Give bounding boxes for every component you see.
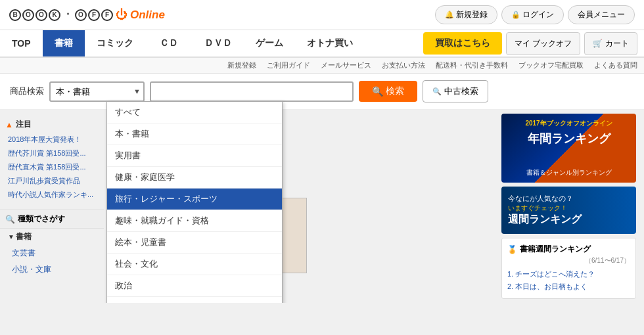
buy-button[interactable]: 買取はこちら [423,32,502,55]
dropdown-item-law[interactable]: 法律・コンプライアンス [107,297,282,303]
nav-item-comics[interactable]: コミック [85,30,145,56]
login-button[interactable]: 🔒 ログイン [501,5,564,24]
sub-nav-faq[interactable]: よくある質問 [594,60,637,70]
annual-ranking-note: 書籍＆ジャンル別ランキング [526,168,612,177]
medal-icon: 🏅 [507,245,517,254]
nav-item-game[interactable]: ゲーム [244,30,295,56]
sub-nav-register[interactable]: 新規登録 [227,60,256,70]
dropdown-item-politics[interactable]: 政治 [107,275,282,297]
register-icon: 🔔 [445,11,454,19]
nav-item-adult[interactable]: オトナ買い [295,30,365,56]
used-search-icon: 🔍 [432,87,442,96]
nav-item-top[interactable]: TOP [0,31,43,56]
sub-nav-pickup[interactable]: ブックオフ宅配買取 [518,60,584,70]
dropdown-item-picture[interactable]: 絵本・児童書 [107,232,282,254]
search-icon: 🔍 [372,86,383,97]
weekly-ranking-banner[interactable]: 今なにが人気なの？ いますぐチェック！ 週間ランキング [501,187,636,234]
sidebar-item-books-cat[interactable]: ▼ 書籍 [0,229,104,245]
weekly-item-1[interactable]: 1. チーズはどこへ消えた？ [507,268,630,280]
annual-ranking-banner[interactable]: 2017年ブックオフオンライン 年間ランキング 書籍＆ジャンル別ランキング [501,114,636,183]
weekly-banner-title: 週間ランキング [508,213,630,227]
header: B O O K ・ O F F ⏻ Online 🔔 新規登録 🔒 ログイン 会… [0,0,644,30]
sidebar-item-notice-4[interactable]: 江戸川乱歩賞受賞作品 [0,174,104,188]
sidebar-item-notice-5[interactable]: 時代小説人気作家ランキ... [0,188,104,202]
notice-title: ▲ 注目 [0,116,104,133]
logo-online-text: Online [130,9,165,22]
logo-book-text: B O O K ・ O F F [9,8,113,22]
used-search-button[interactable]: 🔍 中古検索 [423,80,488,102]
search-button[interactable]: 🔍 検索 [359,81,417,102]
nav-item-dvd[interactable]: ＤＶＤ [193,30,244,56]
cart-icon: 🛒 [593,39,603,48]
sidebar-item-literature[interactable]: 文芸書 [0,245,104,261]
nav-item-books[interactable]: 書籍 [43,30,85,56]
mypage-button[interactable]: マイ ブックオフ [506,32,580,55]
dropdown-item-practical[interactable]: 実用書 [107,145,282,167]
sub-nav-delivery[interactable]: 配送料・代引き手数料 [436,60,508,70]
sub-nav-payment[interactable]: お支払い方法 [382,60,425,70]
category-title[interactable]: 🔍 種類でさがす [0,210,104,229]
dropdown-item-health[interactable]: 健康・家庭医学 [107,167,282,189]
lock-icon: 🔒 [511,11,520,19]
register-button[interactable]: 🔔 新規登録 [435,5,497,24]
sidebar-item-novel[interactable]: 小説・文庫 [0,261,104,278]
attention-icon: ▲ [5,120,13,129]
search-input[interactable] [150,81,354,102]
sub-nav-mail[interactable]: メールサービス [321,60,371,70]
category-section: 🔍 種類でさがす ▼ 書籍 文芸書 小説・文庫 [0,210,104,278]
sidebar-item-notice-3[interactable]: 歴代直木賞 第158回受... [0,160,104,174]
nav-item-cd[interactable]: ＣＤ [145,30,193,56]
left-sidebar: 1,500円以上の購入で送料無料 ▲ 注目 2018年本屋大賞発表！ 歴代芥川賞… [0,110,104,303]
member-menu-button[interactable]: 会員メニュー [568,5,635,24]
right-sidebar: 2017年ブックオフオンライン 年間ランキング 書籍＆ジャンル別ランキング 今な… [496,110,644,303]
weekly-item-2[interactable]: 2. 本日は、お日柄もよく [507,280,630,293]
weekly-check-text: 今なにが人気なの？ [508,194,630,204]
dropdown-item-hobby[interactable]: 趣味・就職ガイド・資格 [107,210,282,232]
dropdown-item-all[interactable]: すべて [107,102,282,123]
search-cat-icon: 🔍 [5,215,15,224]
search-area: 商品検索 本・書籍 ▼ 🔍 検索 🔍 中古検索 すべて 本・書籍 実用書 健康・… [0,74,644,110]
search-label: 商品検索 [10,85,44,97]
header-buttons: 🔔 新規登録 🔒 ログイン 会員メニュー [435,5,635,24]
main-body: 1,500円以上の購入で送料無料 ▲ 注目 2018年本屋大賞発表！ 歴代芥川賞… [0,110,644,303]
sidebar-item-notice-2[interactable]: 歴代芥川賞 第158回受... [0,146,104,160]
weekly-ranking-date: （6/11〜6/17） [507,256,630,265]
dropdown-item-travel[interactable]: 旅行・レジャー・スポーツ [107,189,282,210]
sub-nav-guide[interactable]: ご利用ガイド [267,60,310,70]
cart-button[interactable]: 🛒 カート [584,32,637,55]
search-select[interactable]: 本・書籍 [49,81,145,102]
dropdown-item-society[interactable]: 社会・文化 [107,254,282,275]
search-select-wrapper: 本・書籍 ▼ [49,81,145,102]
sub-nav: 新規登録 ご利用ガイド メールサービス お支払い方法 配送料・代引き手数料 ブッ… [0,58,644,74]
search-dropdown: すべて 本・書籍 実用書 健康・家庭医学 旅行・レジャー・スポーツ 趣味・就職ガ… [106,101,283,303]
sidebar-item-notice-1[interactable]: 2018年本屋大賞発表！ [0,133,104,146]
weekly-ranking-list: 🏅 書籍週間ランキング （6/11〜6/17） 1. チーズはどこへ消えた？ 2… [501,238,636,299]
logo: B O O K ・ O F F ⏻ Online [9,8,165,22]
weekly-check-sub: いますぐチェック！ [508,204,630,213]
notice-section: ▲ 注目 2018年本屋大賞発表！ 歴代芥川賞 第158回受... 歴代直木賞 … [0,114,104,204]
annual-ranking-main-text: 年間ランキング [528,131,610,146]
weekly-ranking-header: 🏅 書籍週間ランキング [507,244,630,255]
annual-ranking-year: 2017年ブックオフオンライン [525,119,612,128]
logo-power-icon: ⏻ [116,8,127,22]
triangle-down-icon: ▼ [8,233,14,240]
dropdown-item-books[interactable]: 本・書籍 [107,123,282,145]
main-nav: TOP 書籍 コミック ＣＤ ＤＶＤ ゲーム オトナ買い 買取はこちら マイ ブ… [0,30,644,58]
